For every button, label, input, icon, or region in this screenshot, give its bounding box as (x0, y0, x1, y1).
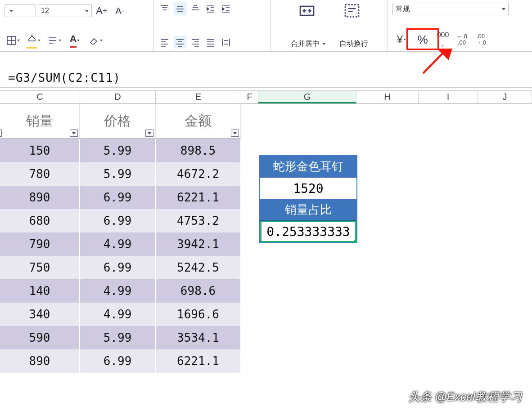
ribbon-group-merge: 合并居中 自动换行 (271, 0, 388, 51)
col-header-f[interactable]: F (241, 90, 258, 103)
cell[interactable]: 5.99 (80, 162, 156, 186)
cell[interactable]: 5.99 (80, 326, 156, 349)
col-header-g-selected[interactable]: G (258, 90, 356, 103)
justify-button[interactable] (204, 36, 217, 49)
table-row: 7904.993942.1 (0, 232, 241, 256)
table-row: 5905.993534.1 (0, 326, 241, 349)
decrease-indent-button[interactable] (204, 3, 217, 15)
wrap-text-label[interactable]: 自动换行 (339, 39, 368, 49)
svg-rect-2 (345, 5, 359, 17)
cell[interactable]: 750 (0, 256, 80, 279)
header-sales[interactable]: 销量 (0, 104, 80, 139)
watermark-text: 头条 @Excel教程学习 (408, 389, 522, 405)
merge-cells-label[interactable]: 合并居中 (291, 39, 326, 49)
cell[interactable]: 6221.1 (156, 186, 241, 209)
table-row: 7506.995242.5 (0, 256, 241, 279)
col-header-j[interactable]: J (478, 90, 532, 103)
cell[interactable]: 890 (0, 186, 80, 209)
ribbon-group-font: 12 A+ A- A (0, 0, 154, 51)
currency-button[interactable]: ¥ (392, 31, 410, 48)
cell[interactable]: 890 (0, 349, 80, 373)
formula-text: =G3/SUM(C2:C11) (8, 71, 121, 85)
filter-button[interactable] (70, 130, 78, 137)
table-row: 6806.994753.2 (0, 209, 241, 232)
filter-button[interactable] (0, 130, 2, 137)
align-top-button[interactable] (158, 3, 171, 15)
summary-ratio-selected-cell[interactable]: 0.253333333 (260, 221, 356, 242)
table-row: 8906.996221.1 (0, 349, 241, 373)
formula-bar[interactable]: =G3/SUM(C2:C11) (0, 68, 532, 88)
table-row: 1404.99698.6 (0, 279, 241, 303)
merge-cells-button[interactable] (296, 3, 318, 19)
summary-block: 蛇形金色耳钉 1520 销量占比 0.253333333 (259, 155, 357, 243)
table-row: 1505.99898.5 (0, 139, 241, 162)
filter-button[interactable] (231, 130, 239, 137)
cell[interactable]: 6.99 (80, 209, 156, 232)
summary-title[interactable]: 蛇形金色耳钉 (260, 156, 356, 178)
decrease-font-button[interactable]: A- (112, 3, 128, 19)
eraser-button[interactable] (87, 32, 104, 49)
cell[interactable]: 340 (0, 303, 80, 326)
col-header-i[interactable]: I (419, 90, 478, 103)
cell[interactable]: 4.99 (80, 279, 156, 303)
cell[interactable]: 790 (0, 232, 80, 256)
chevron-down-icon (322, 43, 326, 45)
number-format-selector[interactable]: 常规 (392, 3, 509, 15)
decrease-decimal-button[interactable]: .00→.0 (473, 31, 489, 48)
col-header-e[interactable]: E (156, 90, 241, 103)
column-headers: C D E F G H I J (0, 90, 532, 104)
table-row: 8906.996221.1 (0, 186, 241, 209)
table-header-row: 销量 价格 金额 (0, 104, 241, 139)
comma-style-button[interactable]: 000, (435, 31, 451, 48)
cell[interactable]: 3942.1 (156, 232, 241, 256)
summary-value[interactable]: 1520 (260, 178, 356, 199)
cell[interactable]: 6.99 (80, 349, 156, 373)
annotation-highlight-box (406, 28, 439, 50)
cell[interactable]: 4672.2 (156, 162, 241, 186)
align-bottom-button[interactable] (189, 3, 202, 15)
align-left-button[interactable] (158, 36, 171, 49)
font-name-selector[interactable] (5, 4, 36, 17)
filter-button[interactable] (145, 130, 153, 137)
cell[interactable]: 898.5 (156, 139, 241, 162)
cell[interactable]: 4.99 (80, 303, 156, 326)
header-price[interactable]: 价格 (80, 104, 156, 139)
cell[interactable]: 5.99 (80, 139, 156, 162)
cell[interactable]: 4753.2 (156, 209, 241, 232)
fill-color-button[interactable] (25, 32, 41, 49)
wrap-text-button[interactable] (341, 3, 363, 19)
ribbon-toolbar: 12 A+ A- A (0, 0, 532, 52)
col-header-c[interactable]: C (0, 90, 80, 103)
cell[interactable]: 590 (0, 326, 80, 349)
percent-style-button[interactable]: % (413, 31, 432, 49)
cell[interactable]: 1696.6 (156, 303, 241, 326)
number-format-value: 常规 (396, 4, 410, 14)
cell[interactable]: 6.99 (80, 186, 156, 209)
align-right-button[interactable] (189, 36, 202, 49)
font-color-button[interactable]: A (67, 32, 83, 49)
ribbon-group-number: 常规 ¥ % 000, ←.0.00 .00→.0 (388, 0, 527, 51)
cell[interactable]: 6.99 (80, 256, 156, 279)
borders-button[interactable] (5, 32, 21, 49)
cell[interactable]: 140 (0, 279, 80, 303)
cell[interactable]: 4.99 (80, 232, 156, 256)
distribute-button[interactable] (220, 36, 232, 49)
cell[interactable]: 680 (0, 209, 80, 232)
summary-ratio-label[interactable]: 销量占比 (260, 199, 356, 221)
cell[interactable]: 150 (0, 139, 80, 162)
align-middle-button[interactable] (174, 3, 186, 15)
increase-font-button[interactable]: A+ (94, 3, 110, 19)
increase-indent-button[interactable] (220, 3, 232, 15)
cell-style-button[interactable] (46, 32, 62, 49)
cell[interactable]: 5242.5 (156, 256, 241, 279)
cell[interactable]: 6221.1 (156, 349, 241, 373)
cell[interactable]: 698.6 (156, 279, 241, 303)
increase-decimal-button[interactable]: ←.0.00 (454, 31, 470, 48)
header-amount[interactable]: 金额 (156, 104, 241, 139)
col-header-h[interactable]: H (356, 90, 419, 103)
cell[interactable]: 780 (0, 162, 80, 186)
col-header-d[interactable]: D (80, 90, 156, 103)
cell[interactable]: 3534.1 (156, 326, 241, 349)
font-size-selector[interactable]: 12 (38, 4, 92, 17)
align-center-button[interactable] (174, 36, 186, 49)
